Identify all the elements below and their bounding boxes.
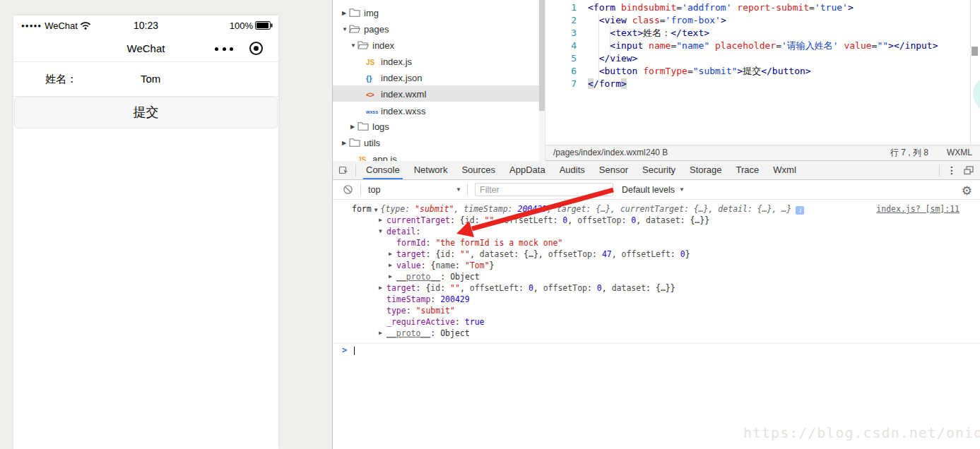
code-line: <text>姓名：</text> (588, 27, 938, 40)
tab-sources[interactable]: Sources (454, 161, 502, 179)
code-line: <form bindsubmit='addfrom' report-submit… (588, 1, 938, 14)
editor-floating-button[interactable] (973, 76, 980, 112)
expand-icon[interactable]: ▶ (350, 119, 358, 135)
tab-sensor[interactable]: Sensor (592, 161, 635, 179)
editor-code[interactable]: <form bindsubmit='addfrom' report-submit… (588, 1, 938, 90)
console-object-preview: form▼{type: "submit", timeStamp: 200429,… (333, 203, 980, 215)
console-property-row[interactable]: ▼detail: (333, 226, 980, 237)
code-line: <input name="name" placeholder='请输入姓名' v… (588, 40, 938, 52)
code-line: <view class='from-box'> (588, 14, 938, 27)
tree-item-utils[interactable]: ▶utils (333, 134, 545, 150)
phone-simulator: ●●●●● WeChat 10:23 100% WeChat (13, 16, 278, 449)
tree-item-app.js[interactable]: JSapp.js (333, 150, 545, 161)
more-vert-icon[interactable]: ⋮ (947, 165, 957, 175)
cursor-position-label: 行 7 , 列 8 (890, 145, 928, 160)
log-levels-select[interactable]: Default levels ▼ (622, 185, 685, 195)
expander-open-icon[interactable]: ▼ (374, 207, 378, 213)
expander-closed-icon[interactable]: ▶ (379, 215, 382, 226)
tree-item-label: utils (364, 138, 380, 148)
tree-item-index.js[interactable]: JSindex.js (333, 53, 545, 69)
file-tree: ▶img▼pages▼indexJSindex.js{}index.json<>… (333, 0, 545, 161)
console-property-row[interactable]: _requireActive: true (333, 316, 980, 328)
code-line: </view> (588, 52, 938, 65)
toolbar-separator (355, 164, 356, 176)
tab-network[interactable]: Network (407, 161, 455, 179)
filter-input[interactable] (475, 183, 613, 196)
tab-audits[interactable]: Audits (553, 161, 592, 179)
js-file-icon: JS (358, 150, 372, 161)
gear-icon[interactable]: ⚙ (962, 184, 972, 198)
console-log: form▼{type: "submit", timeStamp: 200429,… (333, 200, 980, 358)
log-label: form (352, 204, 372, 214)
expand-icon[interactable]: ▶ (342, 135, 349, 151)
simulator-area: ●●●●● WeChat 10:23 100% WeChat (0, 0, 332, 449)
expander-closed-icon[interactable]: ▶ (379, 328, 382, 339)
expander-closed-icon[interactable]: ▶ (389, 249, 392, 260)
console-property-row[interactable]: ▶currentTarget: {id: "", offsetLeft: 0, … (333, 215, 980, 226)
code-line: </form> (588, 78, 938, 90)
target-circle-icon[interactable] (249, 42, 263, 55)
console-toolbar: top ▼ Default levels ▼ ⚙ (333, 180, 980, 200)
js-file-icon: JS (366, 53, 381, 71)
console-property-row[interactable]: ▶value: {name: "Tom"} (333, 260, 980, 271)
expander-closed-icon[interactable]: ▶ (389, 271, 392, 282)
tree-item-index.wxss[interactable]: wxssindex.wxss (333, 102, 545, 118)
wxml-file-icon: <> (366, 85, 381, 103)
console-property-row[interactable]: ▶target: {id: "", dataset: {…}, offsetTo… (333, 249, 980, 260)
info-icon[interactable]: i (796, 206, 804, 215)
code-editor[interactable]: 1234567 <form bindsubmit='addfrom' repor… (545, 0, 980, 145)
dock-window-icon[interactable] (964, 166, 974, 175)
tab-wxml[interactable]: Wxml (766, 161, 803, 179)
tree-item-logs[interactable]: ▶logs (333, 118, 545, 134)
name-label: 姓名： (45, 62, 77, 96)
collapse-icon[interactable]: ▼ (350, 37, 358, 54)
tab-storage[interactable]: Storage (683, 161, 729, 179)
tree-item-index.wxml[interactable]: <>index.wxml (333, 85, 545, 102)
editor-scrollbar-thumb[interactable] (972, 47, 978, 56)
more-dots-icon[interactable] (215, 47, 233, 51)
phone-status-bar: ●●●●● WeChat 10:23 100% (13, 16, 278, 35)
clear-icon[interactable] (343, 184, 353, 195)
tree-item-index.json[interactable]: {}index.json (333, 69, 545, 85)
expander-closed-icon[interactable]: ▶ (389, 260, 392, 271)
file-size-label: 240 B (646, 145, 668, 160)
expand-icon[interactable]: ▶ (342, 5, 349, 21)
console-property-row[interactable]: ▶__proto__: Object (333, 328, 980, 339)
toolbar-separator (939, 164, 940, 176)
folder-icon (349, 5, 364, 21)
expander-open-icon[interactable]: ▼ (379, 226, 382, 237)
tree-item-pages[interactable]: ▼pages (333, 20, 545, 37)
expander-closed-icon[interactable]: ▶ (379, 282, 382, 294)
tree-item-index[interactable]: ▼index (333, 37, 545, 53)
console-property-row[interactable]: timeStamp: 200429 (333, 294, 980, 305)
console-property-row[interactable]: type: "submit" (333, 305, 980, 316)
tree-scrollbar-thumb[interactable] (539, 0, 545, 111)
tab-trace[interactable]: Trace (729, 161, 767, 179)
tree-item-img[interactable]: ▶img (333, 4, 545, 20)
tree-item-label: index.wxml (381, 89, 426, 100)
toolbar-separator (467, 184, 468, 196)
console-prompt[interactable]: > (333, 344, 980, 358)
collapse-icon[interactable]: ▼ (342, 21, 349, 37)
tab-security[interactable]: Security (635, 161, 683, 179)
submit-button[interactable]: 提交 (14, 97, 278, 128)
line-number: 2 (545, 14, 577, 27)
tab-appdata[interactable]: AppData (502, 161, 553, 179)
tab-console[interactable]: Console (359, 161, 407, 179)
context-select[interactable]: top ▼ (368, 185, 461, 195)
folder-open-icon (349, 21, 364, 37)
console-property-row[interactable]: ▶target: {id: "", offsetLeft: 0, offsetT… (333, 282, 980, 294)
inspect-icon[interactable] (338, 164, 350, 176)
line-number: 7 (545, 78, 577, 90)
console-property-row[interactable]: formId: "the formId is a mock one" (333, 237, 980, 249)
tree-item-label: index (372, 40, 394, 51)
source-link[interactable]: index.js? [sm]:11 (876, 203, 960, 215)
name-input[interactable]: Tom (141, 62, 160, 96)
code-line: <button formType="submit">提交</button> (588, 65, 938, 78)
folder-open-icon (358, 37, 372, 54)
battery-percent-label: 100% (230, 20, 253, 31)
tree-item-label: index.json (381, 73, 423, 83)
console-property-row[interactable]: ▶__proto__: Object (333, 271, 980, 282)
editor-line-numbers: 1234567 (545, 1, 577, 90)
editor-status-bar: /pages/index/index.wxml 240 B 行 7 , 列 8 … (545, 145, 980, 161)
